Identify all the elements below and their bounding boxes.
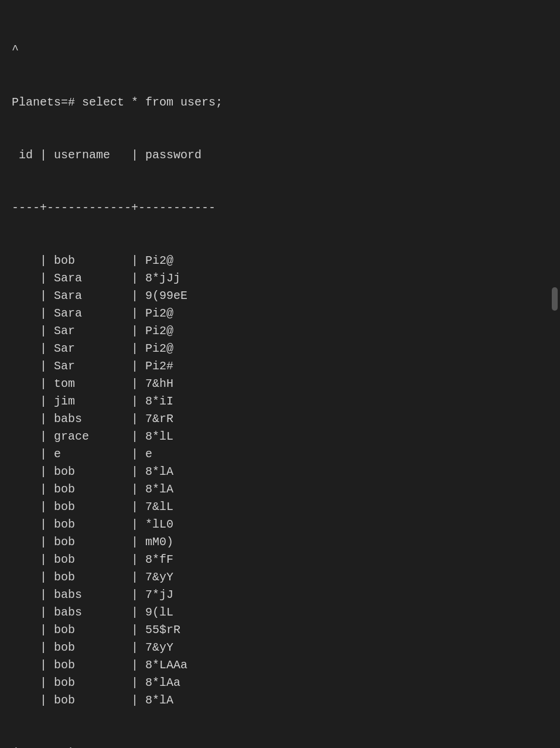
table-row: | bob | 8*lA: [12, 463, 548, 481]
table-row: | e | e: [12, 446, 548, 463]
caret-line: ^: [12, 41, 548, 59]
table-row: | Sara | Pi2@: [12, 305, 548, 322]
command-line: Planets=# select * from users;: [12, 94, 548, 111]
terminal-window: ^ Planets=# select * from users; id | us…: [0, 0, 560, 748]
table-rows: | bob | Pi2@ | Sara | 8*jJj | Sara | 9(9…: [12, 252, 548, 709]
table-row: | jim | 8*iI: [12, 393, 548, 410]
table-row: | babs | 9(lL: [12, 604, 548, 621]
table-row: | babs | 7*jJ: [12, 586, 548, 604]
table-row: | bob | 8*lA: [12, 481, 548, 498]
table-row: | bob | mM0): [12, 533, 548, 551]
table-row: | Sara | 8*jJj: [12, 270, 548, 287]
table-row: | babs | 7&rR: [12, 410, 548, 428]
table-row: | bob | 7&yY: [12, 569, 548, 586]
scrollbar[interactable]: [552, 287, 558, 311]
table-row: | bob | 55$rR: [12, 621, 548, 639]
table-row: | bob | 8*LAAa: [12, 657, 548, 674]
divider-line: ----+------------+-----------: [12, 199, 548, 217]
table-row: | bob | 7&lL: [12, 498, 548, 516]
table-row: | bob | 7&yY: [12, 639, 548, 657]
table-row: | grace | 8*lL: [12, 428, 548, 446]
table-row: | Sar | Pi2#: [12, 358, 548, 375]
header-line: id | username | password: [12, 147, 548, 164]
table-row: | bob | *lL0: [12, 516, 548, 533]
table-row: | bob | 8*lA: [12, 692, 548, 709]
table-row: | bob | Pi2@: [12, 252, 548, 270]
table-row: | tom | 7&hH: [12, 375, 548, 393]
table-row: | bob | 8*lAa: [12, 674, 548, 692]
row-count: (26 rows): [12, 744, 548, 748]
table-row: | Sar | Pi2@: [12, 340, 548, 358]
table-row: | Sar | Pi2@: [12, 322, 548, 340]
table-row: | Sara | 9(99eE: [12, 287, 548, 305]
table-row: | bob | 8*fF: [12, 551, 548, 569]
